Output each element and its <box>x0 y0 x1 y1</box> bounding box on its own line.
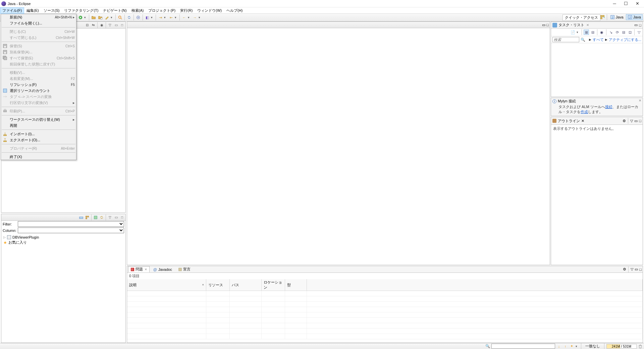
all-link[interactable]: すべて <box>593 37 604 42</box>
db-node[interactable]: ▷DBViewerPlugin <box>3 235 123 240</box>
hide-icon[interactable]: ↘ <box>608 30 613 35</box>
view-menu-icon[interactable]: ▽ <box>107 22 113 28</box>
open-perspective-icon[interactable]: + <box>599 14 605 20</box>
minimize-view-icon[interactable]: ▭ <box>635 267 638 271</box>
perspective-java-2[interactable]: JJava <box>626 14 643 20</box>
focus-icon[interactable]: ⚙ <box>623 267 626 271</box>
menu-item-ファイルを開く[interactable]: ファイルを開く(.)... <box>1 20 76 26</box>
menu-ソース[interactable]: ソース(S) <box>41 7 62 14</box>
tab-問題[interactable]: !問題✕ <box>128 266 150 272</box>
open-project-icon[interactable] <box>97 14 103 20</box>
sync-icon[interactable] <box>126 14 132 20</box>
focus-icon[interactable]: ◉ <box>599 30 604 35</box>
minimize-view-icon[interactable]: ▭ <box>634 23 638 27</box>
menu-編集[interactable]: 編集(E) <box>24 7 41 14</box>
view-menu-icon[interactable]: ▽ <box>630 119 633 123</box>
menu-ファイル[interactable]: ファイル(F) <box>0 7 24 14</box>
db-refresh-icon[interactable] <box>99 215 104 220</box>
activate-link[interactable]: アクティブにする... <box>609 37 641 42</box>
maximize-view-icon[interactable]: □ <box>119 215 125 220</box>
close-panel-icon[interactable]: ✕ <box>639 99 641 102</box>
highlight-icon[interactable]: ✦ <box>569 344 574 349</box>
sync-tasks-icon[interactable]: ⟳ <box>614 30 620 35</box>
menu-item-再開[interactable]: 再開 <box>1 122 76 129</box>
link-editor-icon[interactable]: ⇆ <box>91 22 96 28</box>
tab-Javadoc[interactable]: @Javadoc <box>151 267 174 272</box>
menu-item-終了X[interactable]: 終了(X) <box>1 154 76 160</box>
minimize-button[interactable]: ─ <box>612 2 616 6</box>
open-icon[interactable] <box>91 14 97 20</box>
menu-item-インポトI[interactable]: インポート(I)... <box>1 131 76 137</box>
db-node[interactable]: ★お気に入り <box>3 240 123 245</box>
menu-リファクタリング[interactable]: リファクタリング(T) <box>62 7 101 14</box>
minimize-view-icon[interactable]: ▭ <box>113 215 119 220</box>
search-status-icon[interactable]: 🔍 <box>485 344 490 349</box>
search-icon[interactable] <box>117 14 123 20</box>
expand-icon[interactable]: ▶ <box>589 38 591 41</box>
column-header[interactable]: 説明▴ <box>127 279 206 291</box>
wand-icon[interactable] <box>104 14 110 20</box>
view-menu-icon[interactable]: ▽ <box>636 30 642 35</box>
outline-tool-icon[interactable]: ⚙ <box>623 119 626 123</box>
up-arrow-icon[interactable]: ↑ <box>563 344 568 349</box>
tab-宣言[interactable]: 宣言 <box>176 266 193 272</box>
search-icon[interactable]: 🔍 <box>581 38 585 42</box>
close-tab-icon[interactable]: ✕ <box>586 23 589 27</box>
gc-icon[interactable] <box>638 344 643 349</box>
menu-item-リフレッシュF[interactable]: リフレッシュ(F)F5 <box>1 82 76 88</box>
menu-ヘルプ[interactable]: ヘルプ(H) <box>224 7 245 14</box>
menu-ウィンドウ[interactable]: ウィンドウ(W) <box>195 7 224 14</box>
focus-task-icon[interactable]: ◉ <box>99 22 104 28</box>
maximize-view-icon[interactable]: □ <box>639 267 642 271</box>
forward-icon[interactable]: → <box>192 14 198 20</box>
maximize-view-icon[interactable]: □ <box>119 22 125 28</box>
task-search-input[interactable] <box>552 37 579 42</box>
quick-access[interactable]: クイック・アクセス <box>562 14 600 21</box>
db-tool2-icon[interactable] <box>85 215 90 220</box>
status-search-input[interactable] <box>491 344 555 349</box>
run-icon[interactable] <box>77 14 84 20</box>
minimize-view-icon[interactable]: ▭ <box>113 22 119 28</box>
tool-icon[interactable] <box>135 14 141 20</box>
menu-item-新規N[interactable]: 新規(N)Alt+Shift+N▸ <box>1 14 76 20</box>
menu-検索[interactable]: 検索(A) <box>129 7 146 14</box>
column-header[interactable]: パス <box>229 279 261 291</box>
menu-ナビゲート[interactable]: ナビゲート(N) <box>101 7 129 14</box>
presentation-icon[interactable]: ⊡ <box>627 30 633 35</box>
collapse-all-icon[interactable]: ⊟ <box>85 22 90 28</box>
menu-item-エクスポトO[interactable]: エクスポート(O)... <box>1 137 76 143</box>
minimize-editor-icon[interactable]: ▭ <box>542 23 545 27</box>
maximize-view-icon[interactable]: □ <box>639 119 641 123</box>
menu-実行[interactable]: 実行(R) <box>178 7 195 14</box>
filter-select[interactable] <box>18 221 124 227</box>
close-tab-icon[interactable]: ✕ <box>581 119 584 123</box>
column-header[interactable]: ロケーション <box>261 279 285 291</box>
back-icon[interactable]: ← <box>181 14 187 20</box>
column-header[interactable]: リソース <box>206 279 229 291</box>
new-task-icon[interactable]: 📄 <box>570 30 576 35</box>
db-tool1-icon[interactable] <box>78 215 84 220</box>
collapse-icon[interactable]: ⊟ <box>621 30 626 35</box>
column-header[interactable]: 型 <box>285 279 307 291</box>
schedule-icon[interactable]: ⊟ <box>590 30 595 35</box>
minimize-view-icon[interactable]: ▭ <box>634 119 638 123</box>
close-button[interactable]: ✕ <box>635 2 639 6</box>
categorize-icon[interactable]: ⊞ <box>584 30 589 35</box>
perspective-java-1[interactable]: JJava <box>608 14 625 20</box>
maximize-view-icon[interactable]: □ <box>639 23 641 27</box>
expand-icon[interactable]: ▷ <box>3 236 6 239</box>
create-link[interactable]: 作成 <box>581 110 588 114</box>
menu-プロジェクト[interactable]: プロジェクト(P) <box>146 7 178 14</box>
db-tool3-icon[interactable] <box>93 215 98 220</box>
maximize-editor-icon[interactable]: □ <box>546 23 549 27</box>
close-tab-icon[interactable]: ✕ <box>145 268 147 271</box>
step-icon[interactable]: ⇥ <box>157 14 163 20</box>
maximize-button[interactable]: ☐ <box>624 2 628 6</box>
expand-icon[interactable]: ▶ <box>605 38 607 41</box>
task-pointer-icon[interactable]: ◧ <box>144 14 150 20</box>
view-menu-icon[interactable]: ▽ <box>107 215 113 220</box>
menu-item-選択リソスのカウント[interactable]: 選択リソースのカウント <box>1 88 76 94</box>
menu-item-ワクスペスの切り替えW[interactable]: ワークスペースの切り替え(W)▸ <box>1 116 76 122</box>
view-menu-icon[interactable]: ▽ <box>631 267 633 271</box>
step-out-icon[interactable]: ⇤ <box>168 14 174 20</box>
